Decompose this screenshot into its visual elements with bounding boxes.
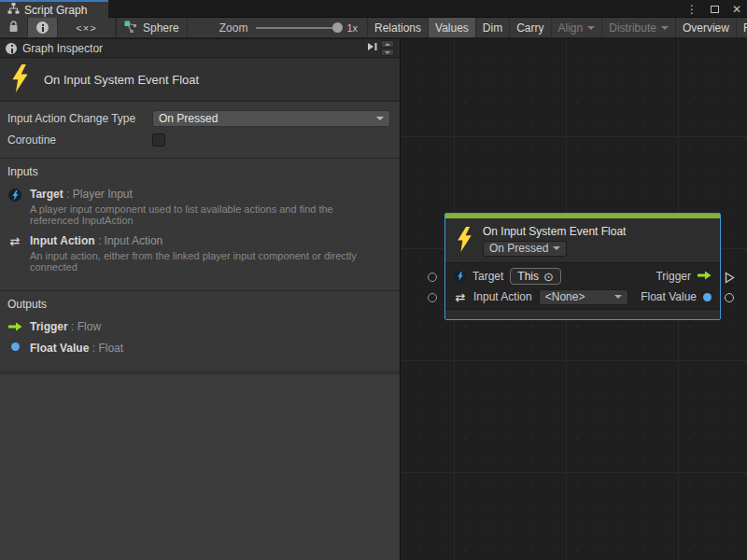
window-close-icon[interactable]: ✕ xyxy=(730,3,743,16)
property-label: Coroutine xyxy=(7,133,152,147)
scroll-steppers xyxy=(381,40,394,56)
target-value: This xyxy=(517,270,539,283)
dropdown-value: On Pressed xyxy=(489,242,548,255)
float-value-icon xyxy=(11,343,20,351)
button-label: Align xyxy=(558,21,584,35)
toolbar-button-relations[interactable]: Relations xyxy=(368,18,429,37)
chevron-up-icon xyxy=(385,43,390,46)
change-type-dropdown[interactable]: On Pressed xyxy=(152,110,390,127)
button-label: Relations xyxy=(374,21,421,35)
pin-name: Target xyxy=(30,188,63,201)
node-properties: Input Action Change Type On Pressed Coro… xyxy=(0,102,400,159)
inspector-node-title: On Input System Event Float xyxy=(44,73,199,87)
node-footer xyxy=(445,309,720,319)
unity-script-graph-window: Script Graph ⋮ ✕ <×> xyxy=(0,0,747,560)
tab-bar: Script Graph ⋮ ✕ xyxy=(0,0,747,18)
window-controls: ⋮ ✕ xyxy=(685,0,743,18)
external-output-port-trigger[interactable] xyxy=(725,272,735,287)
button-label: Overview xyxy=(683,21,729,35)
toolbar-button-fullscreen[interactable]: Full Screen xyxy=(737,18,747,37)
graph-inspector-header: Graph Inspector xyxy=(0,39,400,58)
pin-item-input-action: ⇄ Input Action : Input Action An input a… xyxy=(7,234,390,273)
toolbar-button-overview[interactable]: Overview xyxy=(676,18,737,37)
tab-title: Script Graph xyxy=(24,4,87,17)
outputs-section: Outputs Trigger : Flow Float Value : Flo… xyxy=(0,291,400,372)
graph-toolbar: <×> Sphere Zoom 1x Relations Values Dim … xyxy=(0,18,747,38)
script-graph-icon xyxy=(7,3,20,17)
external-output-port-float[interactable] xyxy=(725,293,734,302)
float-value-port-icon[interactable] xyxy=(703,293,712,301)
button-label: Dim xyxy=(483,21,502,35)
pin-name: Float Value xyxy=(30,342,89,355)
property-row-coroutine: Coroutine xyxy=(7,131,390,148)
pin-description: A player input component used to list av… xyxy=(30,203,366,226)
flow-arrow-icon[interactable] xyxy=(698,270,712,283)
node-body: Target This ⊙ Trigger xyxy=(445,263,720,309)
pin-name: Trigger xyxy=(30,320,68,333)
tab-script-graph[interactable]: Script Graph xyxy=(0,0,108,18)
toolbar-button-align[interactable]: Align xyxy=(552,18,603,37)
chevron-down-icon xyxy=(376,117,384,120)
scroll-down-button[interactable] xyxy=(381,49,394,56)
chevron-down-icon xyxy=(614,295,622,299)
target-this-button[interactable]: This ⊙ xyxy=(510,268,561,285)
button-label: Distribute xyxy=(609,21,656,35)
zoom-label: Zoom xyxy=(219,21,248,35)
code-icon: <×> xyxy=(76,22,96,34)
graph-pointer-label: Sphere xyxy=(143,21,179,35)
dock-panel-icon[interactable] xyxy=(367,41,378,55)
player-input-icon xyxy=(8,189,21,202)
scope-picker-icon: ⊙ xyxy=(543,271,554,283)
input-action-icon: ⇄ xyxy=(454,291,467,303)
pin-type-text: Float xyxy=(98,342,123,355)
toolbar-button-dim[interactable]: Dim xyxy=(476,18,510,37)
graph-pointer-icon xyxy=(124,21,137,35)
colon: : xyxy=(71,320,74,333)
node-mode-dropdown[interactable]: On Pressed xyxy=(483,241,567,257)
window-maximize-icon[interactable] xyxy=(708,3,721,16)
zoom-slider[interactable] xyxy=(256,27,338,29)
chevron-down-icon xyxy=(587,26,595,30)
pin-name: Input Action xyxy=(30,234,95,247)
button-label: Values xyxy=(435,21,469,35)
port-label-float-value: Float Value xyxy=(641,290,697,303)
input-action-icon: ⇄ xyxy=(10,235,21,273)
pin-item-target: Target : Player Input A player input com… xyxy=(7,188,390,226)
graph-canvas[interactable]: On Input System Event Float On Pressed xyxy=(401,39,747,560)
code-preview-button[interactable]: <×> xyxy=(58,18,116,37)
colon: : xyxy=(98,234,101,247)
window-menu-icon[interactable]: ⋮ xyxy=(685,3,698,16)
chevron-down-icon xyxy=(385,51,390,54)
toolbar-button-distribute[interactable]: Distribute xyxy=(602,18,676,37)
external-input-port-target[interactable] xyxy=(428,273,437,282)
external-input-port-action[interactable] xyxy=(428,293,437,302)
inputs-section: Inputs Target : Player Input A player in… xyxy=(0,159,400,291)
inspector-toggle-button[interactable] xyxy=(28,18,58,37)
input-action-dropdown[interactable]: <None> xyxy=(539,289,628,305)
pin-description: An input action, either from the linked … xyxy=(30,250,366,273)
port-label-target: Target xyxy=(472,270,503,283)
info-icon xyxy=(6,43,17,54)
toolbar-button-values[interactable]: Values xyxy=(429,18,476,37)
section-title: Inputs xyxy=(7,165,390,178)
pin-type-text: Input Action xyxy=(105,234,163,247)
dropdown-value: On Pressed xyxy=(159,112,218,125)
property-label: Input Action Change Type xyxy=(7,112,152,125)
port-label-input-action: Input Action xyxy=(473,290,532,303)
toolbar-button-carry[interactable]: Carry xyxy=(510,18,551,37)
pin-type-text: Flow xyxy=(78,320,101,333)
lightning-bolt-icon xyxy=(457,227,472,255)
node-title: On Input System Event Float xyxy=(483,225,626,238)
pin-type-text: Player Input xyxy=(73,188,133,201)
zoom-slider-knob[interactable] xyxy=(332,22,343,33)
lock-button[interactable] xyxy=(0,18,28,37)
info-icon xyxy=(36,21,49,34)
colon: : xyxy=(66,188,69,201)
coroutine-checkbox[interactable] xyxy=(152,133,165,147)
scroll-up-button[interactable] xyxy=(381,40,394,48)
graph-pointer-breadcrumb[interactable]: Sphere xyxy=(117,18,188,37)
node-on-input-system-event-float[interactable]: On Input System Event Float On Pressed xyxy=(444,213,721,320)
inspector-empty-area xyxy=(0,373,400,560)
graph-inspector-title: Graph Inspector xyxy=(22,42,103,55)
lightning-bolt-icon xyxy=(11,64,29,95)
